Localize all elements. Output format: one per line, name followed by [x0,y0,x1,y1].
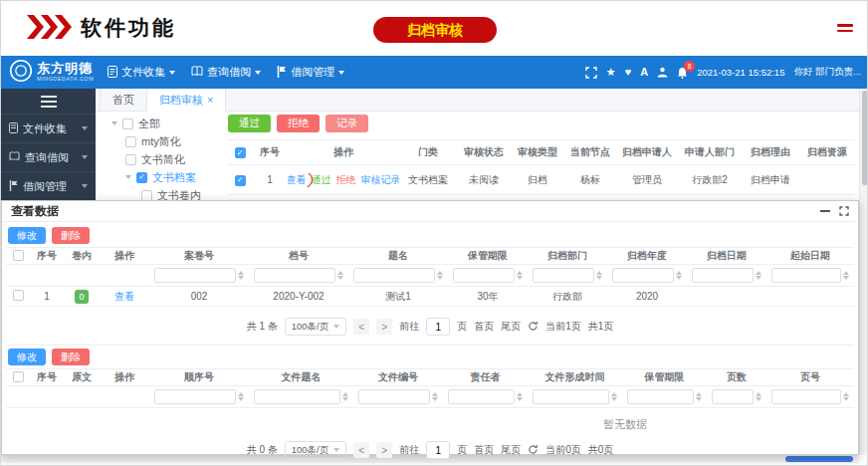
sort-toggle[interactable] [437,271,443,281]
delete-button[interactable]: 删除 [52,227,90,244]
nav-item-file-collect[interactable]: 文件收集 [108,65,175,80]
sort-toggle[interactable] [517,271,523,281]
sidebar-item-query-borrow[interactable]: 查询借阅 [1,142,96,171]
select-all-checkbox[interactable] [13,371,24,382]
tab-archive-review[interactable]: 归档审核 × [147,89,226,112]
filter-input[interactable] [254,268,335,283]
reject-button[interactable]: 拒绝 [277,115,320,132]
sort-toggle[interactable] [843,392,849,402]
page-size-select[interactable]: 100条/页 [285,441,347,459]
document-icon [108,66,117,80]
filter-input[interactable] [358,389,430,404]
sort-toggle[interactable] [238,271,244,281]
prev-page-button[interactable]: < [353,319,369,335]
filter-input[interactable] [612,268,674,283]
tree-checkbox[interactable] [136,172,147,183]
tree-node-wenshu-archive[interactable]: 文书档案 [111,168,201,186]
filter-input[interactable] [154,389,236,404]
tree-node-all[interactable]: 全部 [111,115,201,132]
edit-button[interactable]: 修改 [8,349,46,365]
tree-checkbox[interactable] [122,118,133,129]
sort-toggle[interactable] [843,271,849,281]
sort-toggle[interactable] [756,392,761,402]
select-all-checkbox[interactable] [13,250,24,261]
first-page-link[interactable]: 首页 [474,443,494,457]
page-size-select[interactable]: 100条/页 [285,318,347,336]
fullscreen-icon[interactable] [585,67,597,79]
star-icon[interactable]: ★ [606,67,616,78]
filter-input[interactable] [154,268,236,283]
vertical-scrollbar[interactable] [859,89,868,455]
select-all-checkbox[interactable] [235,147,246,158]
chevron-down-icon [169,71,175,75]
reject-link[interactable]: 拒绝 [336,173,356,187]
bell-icon[interactable]: 8 [677,67,688,79]
vertical-scrollbar-thumb[interactable] [862,91,868,185]
filter-input[interactable] [771,268,841,283]
goto-page-input[interactable] [426,441,450,459]
filter-input[interactable] [771,389,841,404]
sort-toggle[interactable] [337,271,343,281]
filter-input[interactable] [453,268,515,283]
pass-link[interactable]: 通过 [312,173,331,187]
sidebar-item-file-collect[interactable]: 文件收集 [1,114,96,142]
user-icon[interactable] [657,67,668,78]
row-checkbox[interactable] [13,290,24,301]
row-checkbox[interactable] [235,175,246,186]
filter-input[interactable] [712,389,754,404]
edit-button[interactable]: 修改 [8,227,46,244]
tree-checkbox[interactable] [125,154,136,165]
filter-input[interactable] [627,389,694,404]
filter-input[interactable] [254,389,340,404]
sort-toggle[interactable] [596,271,602,281]
delete-button[interactable]: 删除 [52,349,90,365]
filter-input[interactable] [692,268,754,283]
tree-expand-icon[interactable] [125,175,131,179]
record-button[interactable]: 记录 [326,115,368,132]
nav-item-borrow-manage[interactable]: 借阅管理 [277,65,344,80]
prev-page-button[interactable]: < [353,442,369,458]
tree-node-wenshu-simple[interactable]: 文书简化 [111,150,201,168]
sort-toggle[interactable] [756,271,761,281]
sort-toggle[interactable] [676,271,682,281]
view-link[interactable]: 查看 [114,291,134,302]
sort-toggle[interactable] [696,392,702,402]
filter-input[interactable] [448,389,515,404]
view-link[interactable]: 查看 [288,174,307,185]
filter-input[interactable] [533,389,609,404]
font-size-icon[interactable]: A [640,67,648,78]
next-page-button[interactable]: > [376,319,392,335]
review-record-link[interactable]: 审核记录 [361,173,400,187]
filter-input[interactable] [533,268,594,283]
heart-icon[interactable]: ♥ [625,67,632,78]
goto-page-input[interactable] [426,318,450,336]
tree-checkbox[interactable] [125,136,136,147]
last-page-link[interactable]: 尾页 [501,320,521,334]
filter-input[interactable] [353,268,435,283]
next-page-button[interactable]: > [376,442,392,458]
nav-item-query-borrow[interactable]: 查询借阅 [191,65,261,80]
inner-count-badge[interactable]: 0 [75,290,89,304]
tree-checkbox[interactable] [141,190,152,201]
files-table: 序号 卷内 操作 案卷号 档号 题名 保管期限 归档部门 归档年度 归档日期 起… [6,247,854,307]
chevron-down-icon [333,325,339,329]
refresh-icon[interactable] [528,321,539,334]
pass-button[interactable]: 通过 [228,115,271,132]
sidebar-collapse-icon[interactable] [41,96,57,108]
minimize-icon[interactable] [820,210,830,212]
last-page-link[interactable]: 尾页 [501,443,521,457]
refresh-icon[interactable] [528,444,539,457]
first-page-link[interactable]: 首页 [474,320,494,334]
tab-home[interactable]: 首页 [100,89,147,112]
sort-toggle[interactable] [432,392,438,402]
sidebar-item-borrow-manage[interactable]: 借阅管理 [1,171,96,200]
sort-toggle[interactable] [611,392,617,402]
sort-toggle[interactable] [238,392,244,402]
tree-expand-icon[interactable] [111,121,117,125]
sort-toggle[interactable] [517,392,523,402]
sort-toggle[interactable] [342,392,348,402]
expand-icon[interactable] [839,202,849,220]
tree-node-mty[interactable]: mty简化 [111,132,201,150]
menu-icon[interactable] [837,24,853,35]
tab-close-icon[interactable]: × [207,95,213,106]
